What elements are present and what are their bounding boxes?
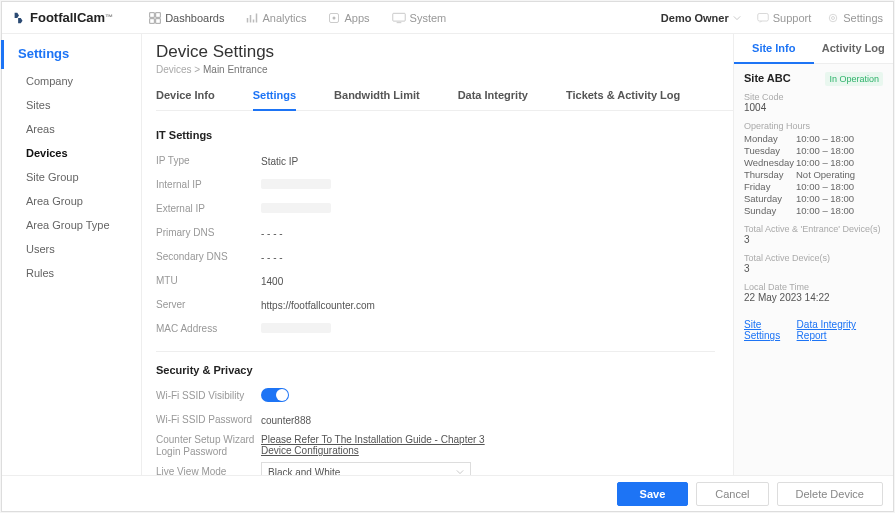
- svg-rect-7: [757, 13, 768, 21]
- page-title: Device Settings: [156, 42, 733, 62]
- svg-rect-2: [150, 18, 155, 23]
- tab-device-info[interactable]: Device Info: [156, 89, 215, 110]
- svg-rect-3: [156, 18, 161, 23]
- rtab-site-info[interactable]: Site Info: [734, 34, 814, 64]
- hours-day: Wednesday: [744, 157, 796, 168]
- settings-link[interactable]: Settings: [827, 12, 883, 24]
- hours-day: Friday: [744, 181, 796, 192]
- owner-menu[interactable]: Demo Owner: [661, 12, 741, 24]
- site-settings-link[interactable]: Site Settings: [744, 319, 797, 341]
- topbar: FootfallCam™ Dashboards Analytics Apps S…: [2, 2, 893, 34]
- system-icon: [392, 12, 406, 24]
- crumb-sep: >: [192, 64, 203, 75]
- right-tabs: Site Info Activity Log: [734, 34, 893, 64]
- hours-day: Monday: [744, 133, 796, 144]
- nav-analytics[interactable]: Analytics: [246, 12, 306, 24]
- active-entrance-label: Total Active & 'Entrance' Device(s): [744, 224, 883, 234]
- sidebar-item-sites[interactable]: Sites: [2, 93, 141, 117]
- apps-icon: [328, 12, 340, 24]
- sidebar-item-devices[interactable]: Devices: [2, 141, 141, 165]
- hours-day: Saturday: [744, 193, 796, 204]
- breadcrumb: Devices > Main Entrance: [156, 64, 733, 75]
- primary-dns-value: - - - -: [261, 228, 283, 239]
- nav-system[interactable]: System: [392, 12, 447, 24]
- wifi-visibility-toggle[interactable]: [261, 388, 289, 402]
- nav-dashboards-label: Dashboards: [165, 12, 224, 24]
- main: Device Settings Devices > Main Entrance …: [142, 34, 733, 511]
- hours-val: 10:00 – 18:00: [796, 133, 883, 144]
- wifi-pwd-value: counter888: [261, 415, 311, 426]
- op-hours: Monday10:00 – 18:00 Tuesday10:00 – 18:00…: [744, 133, 883, 216]
- sidebar-item-site-group[interactable]: Site Group: [2, 165, 141, 189]
- crumb-current: Main Entrance: [203, 64, 267, 75]
- sidebar-title[interactable]: Settings: [1, 40, 141, 69]
- brand-tm: ™: [105, 13, 113, 22]
- tab-integrity[interactable]: Data Integrity: [458, 89, 528, 110]
- tab-settings[interactable]: Settings: [253, 89, 296, 111]
- hours-day: Sunday: [744, 205, 796, 216]
- svg-rect-0: [150, 12, 155, 17]
- active-entrance-value: 3: [744, 234, 883, 245]
- support-link[interactable]: Support: [757, 12, 812, 24]
- mac-label: MAC Address: [156, 323, 261, 335]
- site-code-value: 1004: [744, 102, 883, 113]
- footer: Save Cancel Delete Device: [2, 475, 893, 511]
- right-panel: Site Info Activity Log Site ABC In Opera…: [733, 34, 893, 511]
- internal-ip-value: [261, 179, 331, 191]
- svg-point-8: [830, 14, 838, 22]
- cancel-button[interactable]: Cancel: [696, 482, 768, 506]
- local-dt-label: Local Date Time: [744, 282, 883, 292]
- mac-value: [261, 323, 331, 335]
- nav-dashboards[interactable]: Dashboards: [149, 12, 224, 24]
- ip-type-label: IP Type: [156, 155, 261, 167]
- sidebar: Settings Company Sites Areas Devices Sit…: [2, 34, 142, 511]
- section-divider: [156, 351, 715, 352]
- save-button[interactable]: Save: [617, 482, 689, 506]
- rtab-activity-log[interactable]: Activity Log: [814, 34, 894, 63]
- internal-ip-label: Internal IP: [156, 179, 261, 191]
- hours-val: 10:00 – 18:00: [796, 181, 883, 192]
- svg-point-5: [333, 16, 336, 19]
- tab-bandwidth[interactable]: Bandwidth Limit: [334, 89, 420, 110]
- dashboard-icon: [149, 12, 161, 24]
- tab-tickets[interactable]: Tickets & Activity Log: [566, 89, 680, 110]
- hours-val: 10:00 – 18:00: [796, 145, 883, 156]
- active-devices-value: 3: [744, 263, 883, 274]
- sidebar-item-users[interactable]: Users: [2, 237, 141, 261]
- right-content: Site ABC In Operation Site Code 1004 Ope…: [734, 64, 893, 511]
- chevron-down-icon: [733, 14, 741, 22]
- top-right: Demo Owner Support Settings: [661, 12, 883, 24]
- hours-day: Tuesday: [744, 145, 796, 156]
- nav-apps-label: Apps: [344, 12, 369, 24]
- crumb-root[interactable]: Devices: [156, 64, 192, 75]
- brand-logo: FootfallCam™: [12, 10, 113, 25]
- local-dt-value: 22 May 2023 14:22: [744, 292, 883, 303]
- wizard-guide-link[interactable]: Please Refer To The Installation Guide -…: [261, 434, 491, 456]
- secondary-dns-label: Secondary DNS: [156, 251, 261, 263]
- secondary-dns-value: - - - -: [261, 252, 283, 263]
- delete-device-button[interactable]: Delete Device: [777, 482, 883, 506]
- analytics-icon: [246, 12, 258, 24]
- tabs: Device Info Settings Bandwidth Limit Dat…: [156, 83, 733, 111]
- top-nav: Dashboards Analytics Apps System: [149, 12, 446, 24]
- hours-val: 10:00 – 18:00: [796, 157, 883, 168]
- footfallcam-icon: [12, 11, 26, 25]
- sidebar-item-area-group[interactable]: Area Group: [2, 189, 141, 213]
- site-code-label: Site Code: [744, 92, 883, 102]
- mtu-value: 1400: [261, 276, 283, 287]
- security-heading: Security & Privacy: [156, 364, 715, 376]
- sidebar-item-company[interactable]: Company: [2, 69, 141, 93]
- op-hours-label: Operating Hours: [744, 121, 883, 131]
- mtu-label: MTU: [156, 275, 261, 287]
- data-integrity-link[interactable]: Data Integrity Report: [797, 319, 883, 341]
- svg-rect-6: [392, 13, 404, 21]
- content: IT Settings IP TypeStatic IP Internal IP…: [156, 111, 733, 511]
- it-settings-heading: IT Settings: [156, 129, 715, 141]
- external-ip-value: [261, 203, 331, 215]
- sidebar-item-rules[interactable]: Rules: [2, 261, 141, 285]
- nav-apps[interactable]: Apps: [328, 12, 369, 24]
- sidebar-item-areas[interactable]: Areas: [2, 117, 141, 141]
- sidebar-item-area-group-type[interactable]: Area Group Type: [2, 213, 141, 237]
- hours-day: Thursday: [744, 169, 796, 180]
- hours-val: 10:00 – 18:00: [796, 205, 883, 216]
